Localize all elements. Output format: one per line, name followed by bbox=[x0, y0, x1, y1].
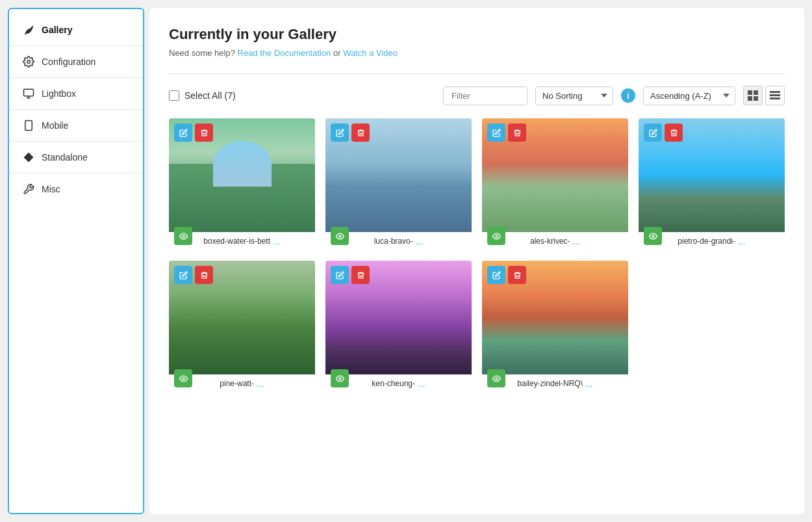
view-button[interactable] bbox=[331, 227, 349, 245]
diamond-icon bbox=[22, 151, 35, 164]
svg-rect-9 bbox=[754, 96, 758, 101]
item-actions bbox=[487, 124, 526, 142]
svg-point-0 bbox=[27, 60, 31, 64]
gallery-item[interactable]: ales-krivec- ... bbox=[482, 118, 628, 250]
svg-rect-12 bbox=[770, 98, 780, 99]
divider bbox=[169, 73, 785, 74]
sidebar-item-mobile[interactable]: Mobile bbox=[9, 110, 143, 142]
toolbar: Select All (7) No Sorting Sort by Name S… bbox=[169, 86, 785, 105]
item-actions bbox=[487, 266, 526, 284]
view-button[interactable] bbox=[174, 369, 192, 387]
sidebar-item-standalone[interactable]: Standalone bbox=[9, 142, 143, 174]
gallery-grid-row1: boxed-water-is-bett ... bbox=[169, 118, 785, 250]
view-button[interactable] bbox=[487, 227, 505, 245]
help-text: Need some help? Read the Documentation o… bbox=[169, 48, 785, 58]
edit-button[interactable] bbox=[331, 266, 349, 284]
sidebar-item-configuration[interactable]: Configuration bbox=[9, 46, 143, 78]
eye-icon bbox=[336, 374, 344, 383]
gallery-item[interactable]: pietro-de-grandi- ... bbox=[639, 118, 785, 250]
list-view-button[interactable] bbox=[765, 86, 785, 105]
gallery-item[interactable]: bailey-zindel-NRQ\ ... bbox=[482, 261, 628, 393]
pencil-icon bbox=[179, 129, 188, 137]
delete-button[interactable] bbox=[195, 266, 213, 284]
gallery-item[interactable]: pine-watt- ... bbox=[169, 261, 315, 393]
list-icon bbox=[770, 90, 780, 101]
pencil-icon bbox=[492, 271, 501, 280]
svg-point-18 bbox=[338, 377, 340, 379]
delete-button[interactable] bbox=[195, 124, 213, 142]
caption-dots[interactable]: ... bbox=[572, 236, 580, 246]
page-title: Currently in your Gallery bbox=[169, 26, 785, 43]
svg-rect-10 bbox=[770, 91, 780, 93]
svg-point-19 bbox=[495, 377, 497, 379]
caption-dots[interactable]: ... bbox=[585, 378, 593, 389]
select-all-checkbox[interactable] bbox=[169, 90, 179, 101]
delete-button[interactable] bbox=[665, 124, 683, 142]
grid-view-button[interactable] bbox=[743, 86, 763, 105]
delete-button[interactable] bbox=[351, 266, 370, 284]
view-button[interactable] bbox=[487, 369, 505, 387]
caption-dots[interactable]: ... bbox=[418, 378, 425, 389]
gear-icon bbox=[22, 55, 35, 68]
filter-input[interactable] bbox=[443, 86, 527, 105]
order-select[interactable]: Ascending (A-Z) Descending (Z-A) bbox=[643, 86, 735, 105]
video-link[interactable]: Watch a Video bbox=[343, 48, 398, 58]
svg-rect-1 bbox=[24, 89, 34, 96]
gallery-item[interactable]: boxed-water-is-bett ... bbox=[169, 118, 315, 250]
trash-icon bbox=[357, 129, 365, 137]
doc-link[interactable]: Read the Documentation bbox=[238, 48, 331, 58]
sidebar-configuration-label: Configuration bbox=[42, 57, 95, 67]
sidebar-item-misc[interactable]: Misc bbox=[9, 174, 143, 205]
view-buttons bbox=[743, 86, 785, 105]
info-button[interactable]: i bbox=[621, 88, 635, 103]
pencil-icon bbox=[336, 271, 344, 280]
wrench-icon bbox=[22, 183, 35, 196]
delete-button[interactable] bbox=[508, 266, 526, 284]
svg-rect-8 bbox=[748, 96, 752, 101]
edit-button[interactable] bbox=[487, 124, 505, 142]
edit-button[interactable] bbox=[174, 124, 192, 142]
sidebar-mobile-label: Mobile bbox=[42, 120, 68, 131]
svg-rect-6 bbox=[748, 90, 752, 95]
svg-point-14 bbox=[338, 235, 340, 237]
item-actions bbox=[331, 124, 370, 142]
sort-select[interactable]: No Sorting Sort by Name Sort by Date Sor… bbox=[535, 86, 613, 105]
sidebar-item-gallery[interactable]: Gallery bbox=[9, 14, 143, 46]
view-button[interactable] bbox=[644, 227, 662, 245]
gallery-item[interactable]: ken-cheung- ... bbox=[325, 261, 472, 393]
item-actions bbox=[331, 266, 370, 284]
trash-icon bbox=[513, 271, 522, 280]
trash-icon bbox=[357, 271, 365, 280]
caption-dots[interactable]: ... bbox=[273, 236, 281, 246]
caption-text: boxed-water-is-bett bbox=[203, 237, 270, 246]
grid-icon bbox=[748, 90, 758, 101]
eye-icon bbox=[179, 232, 188, 241]
edit-button[interactable] bbox=[331, 124, 349, 142]
pencil-icon bbox=[492, 129, 501, 137]
leaf-icon bbox=[22, 23, 35, 36]
caption-dots[interactable]: ... bbox=[738, 236, 746, 246]
delete-button[interactable] bbox=[508, 124, 526, 142]
edit-button[interactable] bbox=[487, 266, 505, 284]
svg-rect-11 bbox=[770, 94, 780, 96]
delete-button[interactable] bbox=[351, 124, 370, 142]
caption-text: ken-cheung- bbox=[372, 379, 415, 388]
edit-button[interactable] bbox=[174, 266, 192, 284]
sidebar: Gallery Configuration Lightbox Mobile bbox=[8, 8, 144, 514]
gallery-item[interactable]: luca-bravo- ... bbox=[325, 118, 472, 250]
eye-icon bbox=[336, 232, 344, 241]
select-all-label[interactable]: Select All (7) bbox=[184, 90, 236, 101]
trash-icon bbox=[200, 271, 209, 280]
sidebar-item-lightbox[interactable]: Lightbox bbox=[9, 78, 143, 110]
or-text: or bbox=[333, 48, 341, 58]
caption-dots[interactable]: ... bbox=[257, 378, 264, 389]
view-button[interactable] bbox=[331, 369, 349, 387]
item-actions bbox=[174, 266, 213, 284]
edit-button[interactable] bbox=[644, 124, 662, 142]
sidebar-standalone-label: Standalone bbox=[42, 152, 88, 163]
view-button[interactable] bbox=[174, 227, 192, 245]
pencil-icon bbox=[336, 129, 344, 137]
sidebar-lightbox-label: Lightbox bbox=[42, 88, 76, 99]
caption-text: bailey-zindel-NRQ\ bbox=[517, 379, 583, 388]
caption-dots[interactable]: ... bbox=[416, 236, 424, 246]
